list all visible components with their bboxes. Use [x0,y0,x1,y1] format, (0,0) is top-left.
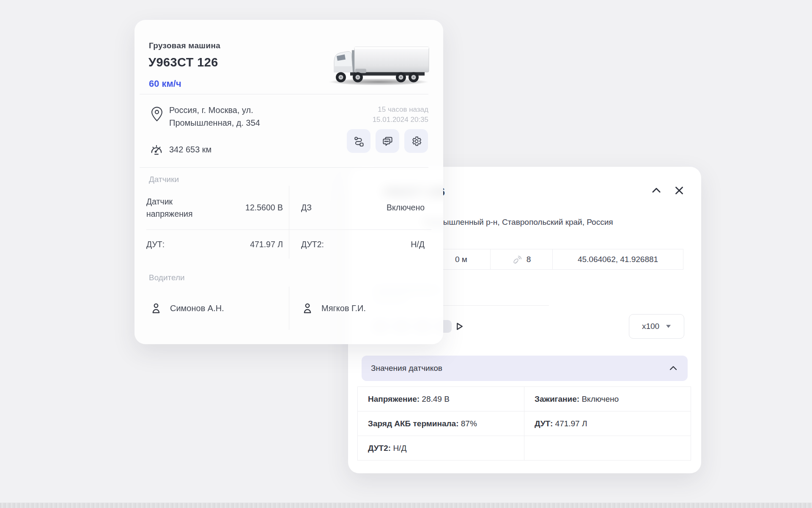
close-icon[interactable] [673,185,685,196]
sensors-grid: Датчик напряжения 12.5600 В ДЗ Включено … [146,186,431,259]
vehicle-summary-card: Грузовая машина У963СТ 126 60 км/ч [134,20,443,344]
sensor-values-title: Значения датчиков [371,364,442,373]
sensor-fuel1: ДУТ: 471.97 Л [146,230,289,259]
table-cell [524,436,691,461]
playback-speed-value: x100 [642,322,659,331]
divider [140,94,428,94]
drivers-grid: Симонов А.Н. Мягков Г.И. [146,287,431,330]
settings-button[interactable] [404,129,428,153]
table-cell: ДУТ: 471.97 Л [524,411,691,436]
person-icon [301,302,314,315]
driver-name: Симонов А.Н. [170,304,224,313]
chat-icon [382,135,393,147]
timestamp: 15.01.2024 20:35 [373,115,428,125]
vehicle-speed: 60 км/ч [149,78,181,89]
driver-item: Симонов А.Н. [146,287,289,330]
route-icon [353,135,365,147]
detail-address: Промышленный р-н, Ставропольский край, Р… [423,218,613,227]
sensor-fuel2: ДУТ2: Н/Д [289,230,431,259]
sensor-values-table: Напряжение: 28.49 В Зажигание: Включено … [357,387,691,461]
sensors-section-title: Датчики [149,175,179,184]
time-ago: 15 часов назад [373,105,428,115]
sensor-values-header[interactable]: Значения датчиков [362,356,688,381]
altitude-value: 0 м [455,255,467,264]
sensor-ignition: ДЗ Включено [289,186,431,230]
playback-speed-select[interactable]: x100 [629,314,684,339]
table-cell: Напряжение: 28.49 В [358,387,524,411]
coordinates-cell: 45.064062, 41.926881 [552,249,683,270]
chevron-down-icon [666,324,671,329]
table-row: Напряжение: 28.49 В Зажигание: Включено [358,387,691,411]
vehicle-plate: У963СТ 126 [148,55,218,69]
truck-image [326,43,431,88]
vehicle-action-buttons [347,129,428,153]
driver-name: Мягков Г.И. [321,304,366,313]
odometer-icon [150,143,163,156]
table-cell: Зажигание: Включено [524,387,691,411]
person-icon [150,302,162,315]
satellites-cell: 8 [490,249,553,270]
vehicle-type-label: Грузовая машина [149,41,220,50]
table-row: Заряд АКБ терминала: 87% ДУТ: 471.97 Л [358,411,691,436]
driver-item: Мягков Г.И. [289,287,431,330]
bottom-edge-strip [0,502,812,508]
gear-icon [411,135,422,147]
table-row: ДУТ2: Н/Д [358,436,691,461]
satellites-value: 8 [527,255,531,264]
fleet-tracking-screen: { "vehicle_card": { "type_label": "Грузо… [0,0,812,508]
vehicle-location: Россия, г. Москва, ул. Промышленная, д. … [169,104,279,129]
divider [140,167,428,168]
chevron-up-icon [668,363,678,373]
location-pin-icon [151,106,163,122]
table-cell: Заряд АКБ терминала: 87% [358,411,524,436]
last-update-time: 15 часов назад 15.01.2024 20:35 [373,105,428,125]
messages-button[interactable] [376,129,399,153]
play-icon[interactable] [453,320,465,333]
table-cell: ДУТ2: Н/Д [358,436,524,461]
detail-card-actions [650,185,685,196]
route-button[interactable] [347,129,370,153]
odometer-value: 342 653 км [169,145,211,155]
sensor-voltage: Датчик напряжения 12.5600 В [146,186,289,230]
drivers-section-title: Водители [149,273,185,282]
satellite-icon [512,254,522,265]
coordinates-value: 45.064062, 41.926881 [578,255,658,264]
collapse-icon[interactable] [650,185,662,196]
